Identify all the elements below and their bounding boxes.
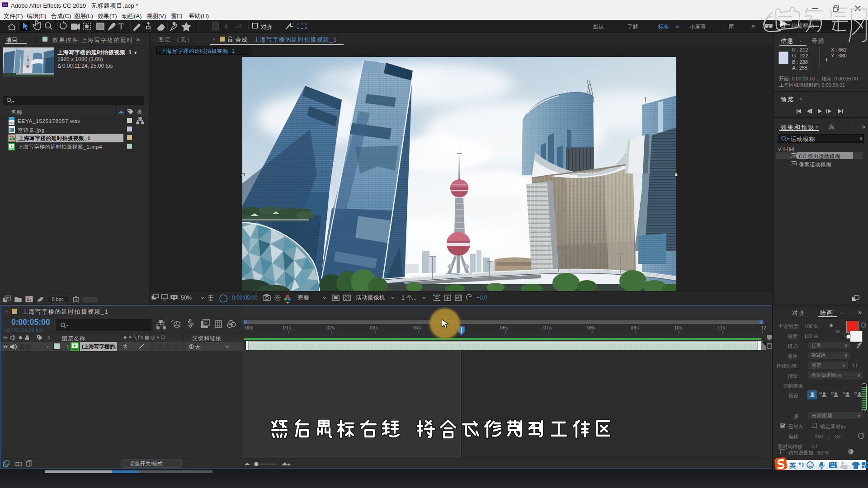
svg-text:英: 英 [789,462,796,469]
svg-text:.: . [190,28,191,33]
svg-text:.: . [70,299,71,303]
svg-text:.: . [91,28,92,33]
svg-text:活动摄像机: 活动摄像机 [356,295,385,301]
svg-text:T: T [118,22,124,31]
svg-text:1 个...: 1 个... [401,295,416,301]
svg-text:8 bpc: 8 bpc [52,296,64,302]
svg-text:.: . [28,28,29,33]
svg-text:.: . [104,28,105,33]
svg-text:.: . [126,28,127,33]
svg-text:0:00:05:00: 0:00:05:00 [232,295,258,301]
svg-text:.: . [114,28,115,33]
svg-text:32: 32 [792,154,796,158]
svg-text:.: . [149,28,150,33]
svg-text:完整: 完整 [297,295,310,301]
svg-text:50%: 50% [181,295,192,301]
svg-text:.: . [163,28,164,33]
svg-text:6: 6 [229,39,231,42]
svg-text:.: . [80,28,80,33]
svg-text:WAV: WAV [9,122,15,124]
svg-text:32: 32 [792,162,796,166]
svg-text:+0.0: +0.0 [476,295,487,301]
svg-text:15: 15 [844,466,847,469]
svg-text:MP4: MP4 [9,148,14,150]
